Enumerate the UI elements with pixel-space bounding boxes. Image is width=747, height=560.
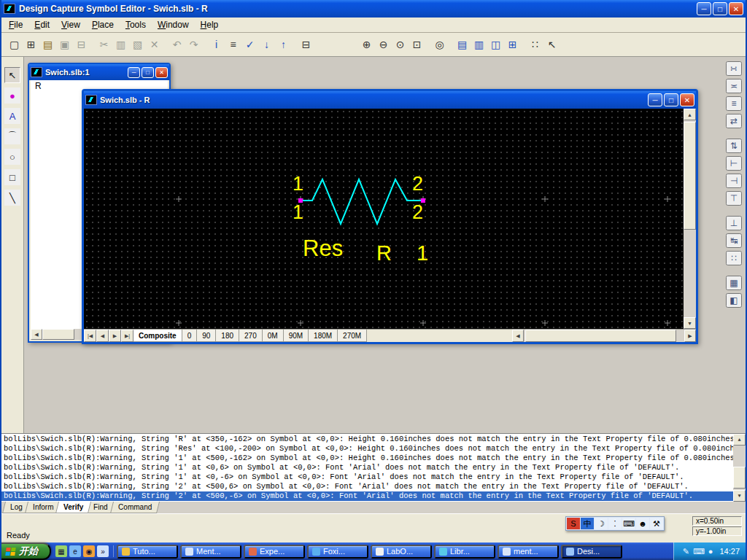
- push-down-icon[interactable]: ↓: [258, 36, 275, 53]
- first-tab-button[interactable]: |◀: [84, 330, 96, 342]
- close-button[interactable]: ✕: [155, 67, 168, 78]
- pin-rows-icon[interactable]: ∺: [726, 61, 742, 76]
- part-value-label[interactable]: 1: [417, 243, 428, 264]
- network-icon[interactable]: ●: [708, 547, 713, 556]
- scroll-thumb[interactable]: [42, 329, 74, 340]
- start-button[interactable]: 开始: [0, 542, 51, 560]
- scroll-thumb[interactable]: [684, 122, 696, 230]
- log-line[interactable]: bolLibs\Swich.slb(R):Warning, String '1'…: [1, 472, 733, 482]
- dots-grid-icon[interactable]: ∷: [726, 251, 742, 265]
- show-desktop-icon[interactable]: ▦: [55, 545, 67, 557]
- scroll-left-button[interactable]: ◀: [31, 329, 42, 340]
- log-line[interactable]: bolLibs\Swich.slb(R):Warning, String '1'…: [1, 454, 733, 463]
- scroll-up-button[interactable]: ▲: [733, 434, 746, 446]
- tile-horizontal-icon[interactable]: ▥: [471, 36, 487, 53]
- zoom-in-icon[interactable]: ⊕: [358, 36, 375, 53]
- media-player-icon[interactable]: ◉: [83, 545, 95, 557]
- text-tool-icon[interactable]: A: [4, 108, 20, 124]
- menu-item[interactable]: File: [3, 18, 28, 32]
- scroll-up-button[interactable]: ▲: [684, 109, 696, 120]
- maximize-button[interactable]: □: [142, 67, 154, 78]
- close-button[interactable]: ✕: [680, 93, 694, 106]
- scroll-thumb[interactable]: [525, 330, 676, 342]
- scroll-thumb[interactable]: [733, 467, 746, 489]
- symbol-canvas[interactable]: 1 1 2 2 Res R 1: [84, 109, 684, 329]
- log-line[interactable]: bolLibs\Swich.slb(R):Warning, String '2'…: [1, 491, 733, 501]
- app-titlebar[interactable]: Design Capture Symbol Editor - Swich.slb…: [1, 0, 746, 18]
- new-window-icon[interactable]: ⊞: [504, 36, 521, 53]
- align-bottom-icon[interactable]: ⊥: [726, 216, 742, 230]
- open-library-icon[interactable]: ⊞: [23, 36, 39, 53]
- pin-2-name-label[interactable]: 2: [412, 203, 423, 222]
- new-file-icon[interactable]: ▢: [6, 36, 23, 53]
- taskbar-window-button[interactable]: Libr...: [434, 545, 495, 559]
- circle-tool-icon[interactable]: ○: [4, 149, 20, 165]
- taskbar-window-button[interactable]: Tuto...: [117, 545, 178, 559]
- scroll-down-button[interactable]: ▼: [684, 317, 696, 329]
- tile-vertical-icon[interactable]: ◫: [487, 36, 504, 53]
- view-tab[interactable]: 270M: [338, 330, 367, 342]
- arc-tool-icon[interactable]: ⌒: [4, 128, 20, 144]
- save-icon[interactable]: ▣: [56, 36, 73, 53]
- minimize-button[interactable]: ─: [697, 2, 711, 15]
- zoom-selected-icon[interactable]: ◎: [431, 36, 448, 53]
- editor-titlebar[interactable]: Swich.slb - R ─□✕: [84, 91, 696, 109]
- pin-tool-icon[interactable]: ●: [4, 88, 20, 104]
- menu-item[interactable]: Edit: [28, 18, 55, 32]
- open-folder-icon[interactable]: ▤: [39, 36, 56, 53]
- pin-swap-icon[interactable]: ⇄: [726, 114, 742, 128]
- punctuation-icon[interactable]: ⁚: [608, 518, 622, 529]
- copy-icon[interactable]: ▥: [112, 36, 129, 53]
- log-tab[interactable]: Command: [110, 502, 160, 513]
- blocks-icon[interactable]: ▦: [726, 276, 742, 290]
- next-tab-button[interactable]: ▶: [109, 330, 121, 342]
- pin-1-name-label[interactable]: 1: [293, 203, 303, 222]
- close-button[interactable]: ✕: [729, 2, 743, 15]
- taskbar-window-button[interactable]: ment...: [498, 545, 559, 559]
- view-tab[interactable]: 90M: [284, 330, 309, 342]
- taskbar-window-button[interactable]: Expe...: [244, 545, 305, 559]
- tab-order-icon[interactable]: ↹: [726, 233, 742, 248]
- pin-columns-icon[interactable]: ≍: [726, 79, 742, 93]
- scroll-down-button[interactable]: ▼: [733, 490, 746, 502]
- select-tool-icon[interactable]: ↖: [4, 67, 20, 83]
- zoom-full-icon[interactable]: ⊙: [392, 36, 409, 53]
- log-line[interactable]: bolLibs\Swich.slb(R):Warning, String '2'…: [1, 482, 733, 491]
- sogou-icon[interactable]: S: [567, 518, 580, 529]
- verify-icon[interactable]: ✓: [241, 36, 258, 53]
- browser-icon[interactable]: e: [69, 545, 81, 557]
- chevron-icon[interactable]: »: [97, 545, 109, 557]
- menu-item[interactable]: Window: [152, 18, 195, 32]
- scroll-track[interactable]: [524, 330, 684, 342]
- print-icon[interactable]: ⊟: [298, 36, 314, 53]
- menu-item[interactable]: View: [55, 18, 86, 32]
- arrow-up-down-icon[interactable]: ⇅: [726, 139, 742, 153]
- view-tab[interactable]: 0: [182, 330, 198, 342]
- rectangle-tool-icon[interactable]: □: [4, 169, 20, 185]
- pop-up-icon[interactable]: ↑: [275, 36, 292, 53]
- fullwidth-icon[interactable]: ☽: [595, 518, 608, 529]
- taskbar-window-button[interactable]: Desi...: [561, 545, 622, 559]
- zoom-out-icon[interactable]: ⊖: [375, 36, 392, 53]
- resistor-body[interactable]: [301, 179, 423, 224]
- maximize-button[interactable]: □: [713, 2, 727, 15]
- pin-2-number-label[interactable]: 2: [412, 174, 423, 194]
- grid-icon[interactable]: ∷: [527, 36, 543, 53]
- editor-horizontal-scrollbar[interactable]: ◀ ▶: [512, 330, 696, 342]
- symbol-editor-window[interactable]: Swich.slb - R ─□✕ 1 1: [82, 89, 698, 344]
- last-tab-button[interactable]: ▶|: [121, 330, 133, 342]
- log-vertical-scrollbar[interactable]: ▲ ▼: [733, 434, 746, 502]
- log-tab[interactable]: Verify: [55, 502, 91, 513]
- part-name-label[interactable]: R: [376, 243, 392, 264]
- select-mode-icon[interactable]: ↖: [543, 36, 560, 53]
- view-tab[interactable]: Composite: [133, 330, 182, 342]
- view-tab[interactable]: 180M: [309, 330, 338, 342]
- maximize-button[interactable]: □: [664, 93, 678, 106]
- view-tab[interactable]: 270: [239, 330, 263, 342]
- menu-item[interactable]: Tools: [120, 18, 152, 32]
- save-all-icon[interactable]: ⊟: [73, 36, 90, 53]
- softkeyboard-icon[interactable]: ⌨: [622, 518, 635, 529]
- delete-icon[interactable]: ✕: [146, 36, 163, 53]
- minimize-button[interactable]: ─: [648, 93, 662, 106]
- taskbar-window-button[interactable]: LabO...: [371, 545, 432, 559]
